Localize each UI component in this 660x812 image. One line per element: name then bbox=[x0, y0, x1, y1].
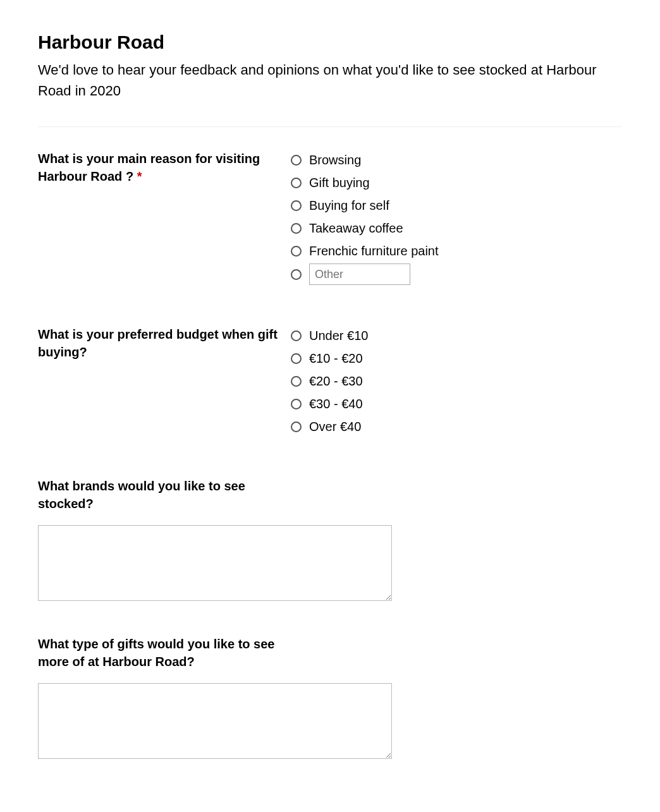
option-row: Over €40 bbox=[291, 416, 368, 437]
radio-icon[interactable] bbox=[291, 200, 302, 211]
option-label: Browsing bbox=[309, 150, 361, 170]
question-label-text: What brands would you like to see stocke… bbox=[38, 479, 245, 511]
option-row: Gift buying bbox=[291, 173, 439, 193]
radio-icon[interactable] bbox=[291, 376, 302, 387]
question-label-text: What type of gifts would you like to see… bbox=[38, 637, 274, 669]
question-brands: What brands would you like to see stocke… bbox=[38, 477, 622, 603]
options-group: Under €10 €10 - €20 €20 - €30 €30 - €40 … bbox=[291, 325, 368, 439]
form-description: We'd love to hear your feedback and opin… bbox=[38, 59, 622, 101]
question-label-text: What is your main reason for visiting Ha… bbox=[38, 152, 260, 183]
option-row-other bbox=[291, 264, 439, 285]
question-label: What is your preferred budget when gift … bbox=[38, 325, 291, 361]
options-group: Browsing Gift buying Buying for self Tak… bbox=[291, 150, 439, 288]
question-label: What is your main reason for visiting Ha… bbox=[38, 150, 291, 185]
option-row: €30 - €40 bbox=[291, 394, 368, 414]
question-budget: What is your preferred budget when gift … bbox=[38, 325, 622, 439]
option-row: Under €10 bbox=[291, 325, 368, 346]
form-title: Harbour Road bbox=[38, 32, 622, 53]
question-label: What brands would you like to see stocke… bbox=[38, 477, 291, 512]
radio-icon[interactable] bbox=[291, 353, 302, 364]
brands-textarea[interactable] bbox=[38, 525, 392, 601]
radio-icon[interactable] bbox=[291, 330, 302, 341]
radio-icon[interactable] bbox=[291, 155, 302, 166]
option-row: Browsing bbox=[291, 150, 439, 170]
option-row: €20 - €30 bbox=[291, 371, 368, 391]
question-label: What type of gifts would you like to see… bbox=[38, 635, 291, 670]
other-input[interactable] bbox=[309, 264, 410, 285]
section-divider bbox=[38, 126, 622, 127]
option-row: €10 - €20 bbox=[291, 348, 368, 368]
question-reason-visiting: What is your main reason for visiting Ha… bbox=[38, 150, 622, 288]
radio-icon[interactable] bbox=[291, 246, 302, 257]
option-label: €30 - €40 bbox=[309, 394, 363, 414]
question-gift-types: What type of gifts would you like to see… bbox=[38, 635, 622, 761]
option-label: Frenchic furniture paint bbox=[309, 241, 439, 261]
option-label: Takeaway coffee bbox=[309, 218, 403, 238]
option-label: Over €40 bbox=[309, 416, 361, 437]
radio-icon[interactable] bbox=[291, 178, 302, 188]
option-label: Buying for self bbox=[309, 195, 389, 215]
option-label: €10 - €20 bbox=[309, 348, 363, 368]
option-label: Under €10 bbox=[309, 325, 368, 346]
radio-icon[interactable] bbox=[291, 421, 302, 432]
option-row: Takeaway coffee bbox=[291, 218, 439, 238]
required-marker: * bbox=[137, 169, 142, 183]
radio-icon[interactable] bbox=[291, 223, 302, 234]
radio-icon[interactable] bbox=[291, 269, 302, 280]
gift-types-textarea[interactable] bbox=[38, 683, 392, 759]
option-row: Frenchic furniture paint bbox=[291, 241, 439, 261]
option-label: Gift buying bbox=[309, 173, 370, 193]
question-label-text: What is your preferred budget when gift … bbox=[38, 327, 278, 359]
radio-icon[interactable] bbox=[291, 399, 302, 409]
option-row: Buying for self bbox=[291, 195, 439, 215]
option-label: €20 - €30 bbox=[309, 371, 363, 391]
